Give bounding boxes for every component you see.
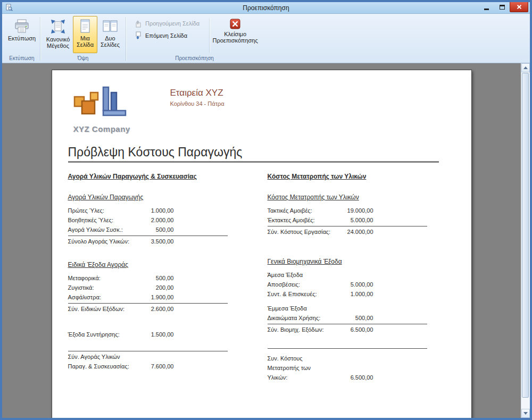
- doc-row-value: 2.600,00: [138, 304, 174, 314]
- doc-row: Σύν. Ειδικών Εξόδων:2.600,00: [68, 304, 228, 314]
- doc-row: Τακτικές Αμοιβές:19.000,00: [268, 206, 427, 215]
- doc-spacer: [68, 246, 228, 260]
- ribbon-group-preview: Προηγούμενη Σελίδα Επόμενη Σελίδα Κλείσι…: [127, 15, 262, 63]
- ribbon-toolbar: Εκτύπωση Εκτύπωση Κανονικό Μέγεθος Μι: [2, 14, 530, 63]
- doc-row-value: 7.600,00: [138, 362, 174, 371]
- minimize-icon: [484, 9, 489, 10]
- doc-row-label: Σύν. Κόστους Εργασίας:: [268, 227, 338, 237]
- doc-total-rule: [268, 226, 427, 226]
- doc-row: Συν. Κόστους Μετατροπής των Υλικών:6.500…: [268, 354, 427, 382]
- document-title: Πρόβλεψη Κόστους Παραγωγής: [68, 146, 439, 163]
- vertical-scrollbar[interactable]: [521, 63, 530, 418]
- doc-row-label: Συντ. & Επισκευές:: [268, 289, 338, 299]
- doc-column-header: Κόστος Μετατροπής των Υλικών: [268, 173, 427, 181]
- doc-spacer: [268, 237, 427, 257]
- print-group-label: Εκτύπωση: [4, 55, 39, 63]
- close-icon: [517, 4, 522, 10]
- company-logo: [73, 111, 135, 120]
- doc-row: Σύν. Κόστους Εργασίας:24.000,00: [268, 227, 427, 237]
- doc-row-value: 24.000,00: [338, 227, 373, 237]
- doc-row-value: 6.500,00: [338, 325, 373, 334]
- doc-total-rule: [68, 236, 228, 236]
- next-page-button[interactable]: Επόμενη Σελίδα: [131, 30, 194, 41]
- doc-row: Σύνολο Αγοράς Υλικών:3.500,00: [68, 237, 228, 246]
- minimize-button[interactable]: [479, 2, 494, 12]
- doc-row: Ζυγιστικά:200,00: [68, 283, 228, 292]
- doc-row-value: 500,00: [138, 225, 174, 234]
- doc-row-label: Έκτακτες Αμοιβές:: [268, 215, 338, 225]
- previous-page-button-label: Προηγούμενη Σελίδα: [145, 20, 200, 27]
- doc-total-rule: [68, 303, 228, 304]
- two-pages-button[interactable]: Δυο Σελίδες: [97, 16, 123, 53]
- doc-spacer: [68, 339, 228, 350]
- logo-caption: XYZ Company: [73, 124, 159, 133]
- company-info: Εταιρεία XYZ Κορίνθου 34 - Πάτρα: [170, 85, 225, 133]
- doc-row: Αποσβέσεις:5.000,00: [268, 280, 427, 289]
- window-title: Προεπισκόπηση: [2, 4, 530, 12]
- doc-row-value: 19.000,00: [338, 206, 373, 215]
- doc-row-value: 1.000,00: [138, 206, 174, 215]
- doc-row-label: Σύν. Ειδικών Εξόδων:: [68, 304, 138, 314]
- doc-row-label: Έξοδα Συντήρησης:: [68, 330, 138, 339]
- doc-section-subheader: Κόστος Μετατροπής των Υλικών: [268, 192, 427, 202]
- doc-row-value: 1.900,00: [138, 292, 174, 302]
- two-pages-icon: [102, 19, 118, 33]
- printer-icon: [14, 19, 30, 33]
- doc-row-label: Βοηθητικές Ύλες:: [68, 215, 138, 225]
- doc-column-header: Αγορά Υλικών Παραγωγής & Συσκευασίας: [68, 173, 228, 181]
- ribbon-separator: [126, 17, 126, 61]
- doc-row-label: Μεταφορικά:: [68, 273, 138, 283]
- doc-column-body: Αγορά Υλικών ΠαραγωγήςΠρώτες Ύλες:1.000,…: [68, 192, 228, 371]
- preview-window: Προεπισκόπηση Εκτύπωση Εκτύπωση: [0, 0, 532, 420]
- scroll-up-button[interactable]: [521, 63, 530, 72]
- doc-section-subheader: Γενικά Βιομηχανικά Έξοδα: [268, 257, 427, 266]
- page-viewport[interactable]: XYZ Company Εταιρεία XYZ Κορίνθου 34 - Π…: [2, 63, 521, 418]
- doc-column-body: Κόστος Μετατροπής των ΥλικώνΤακτικές Αμο…: [268, 192, 427, 382]
- doc-row: Συντ. & Επισκευές:1.000,00: [268, 289, 427, 299]
- doc-row-value: 5.000,00: [338, 215, 373, 225]
- red-x-icon: [230, 19, 240, 29]
- doc-row: Αγορά Υλικών Συσκ.:500,00: [68, 225, 228, 234]
- normal-size-button[interactable]: Κανονικό Μέγεθος: [43, 16, 73, 53]
- window-controls: [479, 2, 528, 12]
- ribbon-group-view: Κανονικό Μέγεθος Μια Σελίδα Δυο Σελίδες …: [41, 15, 125, 63]
- company-logo-block: XYZ Company: [73, 85, 159, 133]
- maximize-button[interactable]: [494, 2, 510, 12]
- doc-row-value: 1.500,00: [138, 330, 174, 339]
- scroll-down-button[interactable]: [521, 409, 530, 418]
- scroll-thumb[interactable]: [522, 73, 529, 398]
- doc-row: Έξοδα Συντήρησης:1.500,00: [68, 330, 228, 339]
- doc-row-label: Πρώτες Ύλες:: [68, 206, 138, 215]
- maximize-icon: [500, 5, 505, 10]
- preview-group-label: Προεπισκόπηση: [127, 55, 262, 63]
- doc-row-label: Ζυγιστικά:: [68, 283, 138, 292]
- preview-area: XYZ Company Εταιρεία XYZ Κορίνθου 34 - Π…: [2, 63, 530, 418]
- two-pages-button-label: Δυο Σελίδες: [99, 35, 121, 48]
- doc-row: Δικαιώματα Χρήσης:500,00: [268, 313, 427, 323]
- close-preview-button-label: Κλείσιμο Προεπισκόπησης: [212, 31, 259, 44]
- doc-section-subheader: Αγορά Υλικών Παραγωγής: [68, 192, 228, 202]
- doc-row-label: Συν. Κόστους Μετατροπής των Υλικών:: [268, 354, 338, 382]
- print-button[interactable]: Εκτύπωση: [6, 16, 37, 53]
- doc-row: Μεταφορικά:500,00: [68, 273, 228, 283]
- close-window-button[interactable]: [510, 2, 528, 12]
- doc-row: Ασφάλιστρα:1.900,00: [68, 292, 228, 302]
- document-page: XYZ Company Εταιρεία XYZ Κορίνθου 34 - Π…: [52, 70, 472, 418]
- one-page-button[interactable]: Μια Σελίδα: [73, 16, 97, 53]
- doc-section-subheader: Ειδικά Έξοδα Αγοράς: [68, 260, 228, 270]
- doc-row-value: 5.000,00: [338, 280, 373, 289]
- doc-row-label: Αγορά Υλικών Συσκ.:: [68, 225, 138, 234]
- doc-row: Σύν. Βιομηχ. Εξόδων:6.500,00: [268, 325, 427, 334]
- company-address: Κορίνθου 34 - Πάτρα: [170, 100, 225, 107]
- doc-row-label: Σύν. Αγοράς Υλικών Παραγ. & Συσκευασίας:: [68, 352, 138, 371]
- previous-page-button[interactable]: Προηγούμενη Σελίδα: [131, 18, 206, 29]
- doc-spacer: [268, 334, 427, 347]
- doc-row-label: Τακτικές Αμοιβές:: [268, 206, 338, 215]
- doc-row: Βοηθητικές Ύλες:2.000,00: [68, 215, 228, 225]
- one-page-button-label: Μια Σελίδα: [74, 35, 96, 48]
- doc-row-value: 500,00: [138, 273, 174, 283]
- close-preview-button[interactable]: Κλείσιμο Προεπισκόπησης: [210, 16, 260, 53]
- zoom-normal-icon: [50, 19, 66, 35]
- print-button-label: Εκτύπωση: [8, 35, 36, 41]
- doc-spacer: [68, 314, 228, 330]
